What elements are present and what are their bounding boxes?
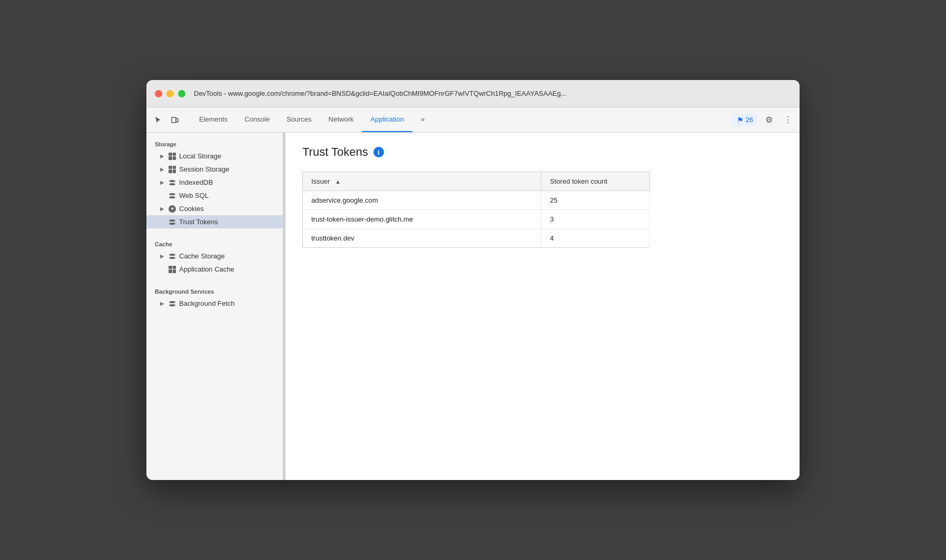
db-icon <box>169 218 176 226</box>
sidebar-item-label: IndexedDB <box>179 178 213 186</box>
token-count-column-header: Stored token count <box>541 172 650 191</box>
main: Storage Local Storage Session Storage <box>146 133 800 480</box>
titlebar: DevTools - www.google.com/chrome/?brand=… <box>146 80 800 107</box>
maximize-button[interactable] <box>178 90 185 97</box>
sidebar-item-local-storage[interactable]: Local Storage <box>146 149 283 163</box>
svg-rect-1 <box>176 118 178 122</box>
sidebar-item-label: Background Fetch <box>179 299 235 307</box>
token-count-cell: 3 <box>541 210 650 229</box>
sidebar-item-indexeddb[interactable]: IndexedDB <box>146 176 283 189</box>
content-area: Trust Tokens i Issuer ▲ Stored token cou… <box>285 133 800 480</box>
cookie-icon: ✦ <box>169 205 176 213</box>
grid-icon <box>169 266 176 273</box>
grid-icon <box>169 166 176 173</box>
storage-section-header: Storage <box>146 137 283 149</box>
sidebar: Storage Local Storage Session Storage <box>146 133 283 480</box>
toolbar-icons <box>151 113 182 127</box>
more-tabs-button[interactable]: » <box>412 107 433 132</box>
toolbar-right: ⚑ 26 ⚙ ⋮ <box>733 113 795 127</box>
toolbar: Elements Console Sources Network Applica… <box>146 107 800 133</box>
info-icon[interactable]: i <box>373 147 384 157</box>
token-count-cell: 4 <box>541 229 650 248</box>
sidebar-item-cookies[interactable]: ✦ Cookies <box>146 202 283 215</box>
table-header-row: Issuer ▲ Stored token count <box>303 172 650 191</box>
feedback-badge[interactable]: ⚑ 26 <box>733 114 757 126</box>
issuer-cell: trust-token-issuer-demo.glitch.me <box>303 210 541 229</box>
cache-section-header: Cache <box>146 237 283 249</box>
db-icon <box>169 253 176 260</box>
issuer-cell: adservice.google.com <box>303 191 541 210</box>
device-toggle-icon[interactable] <box>167 113 182 127</box>
chevron-icon <box>159 206 165 212</box>
sidebar-item-session-storage[interactable]: Session Storage <box>146 163 283 176</box>
more-options-button[interactable]: ⋮ <box>781 113 795 127</box>
chevron-icon <box>159 179 165 185</box>
page-title-row: Trust Tokens i <box>302 145 783 159</box>
sidebar-item-label: Application Cache <box>179 265 234 273</box>
badge-count: 26 <box>746 116 753 124</box>
sidebar-item-cache-storage[interactable]: Cache Storage <box>146 249 283 263</box>
sort-arrow-icon: ▲ <box>335 178 341 185</box>
issuer-column-label: Issuer <box>311 177 330 185</box>
devtools-window: DevTools - www.google.com/chrome/?brand=… <box>146 80 800 480</box>
cursor-icon[interactable] <box>151 113 165 127</box>
sidebar-item-label: Cookies <box>179 205 204 213</box>
sidebar-item-label: Cache Storage <box>179 252 225 260</box>
svg-rect-0 <box>172 117 176 123</box>
db-icon <box>169 300 176 307</box>
sidebar-item-web-sql[interactable]: Web SQL <box>146 189 283 202</box>
flag-icon: ⚑ <box>737 116 744 124</box>
window-title: DevTools - www.google.com/chrome/?brand=… <box>194 89 791 97</box>
db-icon <box>169 192 176 199</box>
tab-network[interactable]: Network <box>320 107 362 132</box>
bg-section-header: Background Services <box>146 284 283 297</box>
tab-console[interactable]: Console <box>236 107 278 132</box>
page-title: Trust Tokens <box>302 145 368 159</box>
token-count-column-label: Stored token count <box>550 177 607 185</box>
sidebar-item-trust-tokens[interactable]: Trust Tokens <box>146 215 283 228</box>
nav-tabs: Elements Console Sources Network Applica… <box>191 107 733 132</box>
sidebar-item-label: Session Storage <box>179 165 229 173</box>
issuer-column-header[interactable]: Issuer ▲ <box>303 172 541 191</box>
tab-sources[interactable]: Sources <box>278 107 320 132</box>
tab-elements[interactable]: Elements <box>191 107 236 132</box>
table-row: trusttoken.dev4 <box>303 229 650 248</box>
table-row: adservice.google.com25 <box>303 191 650 210</box>
table-row: trust-token-issuer-demo.glitch.me3 <box>303 210 650 229</box>
chevron-icon <box>159 153 165 159</box>
issuer-cell: trusttoken.dev <box>303 229 541 248</box>
sidebar-item-label: Local Storage <box>179 152 221 160</box>
traffic-lights <box>155 90 185 97</box>
sidebar-item-app-cache[interactable]: Application Cache <box>146 263 283 276</box>
grid-icon <box>169 153 176 160</box>
settings-button[interactable]: ⚙ <box>762 113 776 127</box>
chevron-icon <box>159 301 165 306</box>
sidebar-item-bg-fetch[interactable]: Background Fetch <box>146 297 283 310</box>
tab-application[interactable]: Application <box>362 107 412 132</box>
token-count-cell: 25 <box>541 191 650 210</box>
sidebar-item-label: Trust Tokens <box>179 218 218 226</box>
chevron-icon <box>159 253 165 259</box>
minimize-button[interactable] <box>166 90 174 97</box>
sidebar-item-label: Web SQL <box>179 192 209 199</box>
trust-tokens-table: Issuer ▲ Stored token count adservice.go… <box>302 172 650 248</box>
db-icon <box>169 179 176 186</box>
chevron-icon <box>159 166 165 172</box>
close-button[interactable] <box>155 90 162 97</box>
